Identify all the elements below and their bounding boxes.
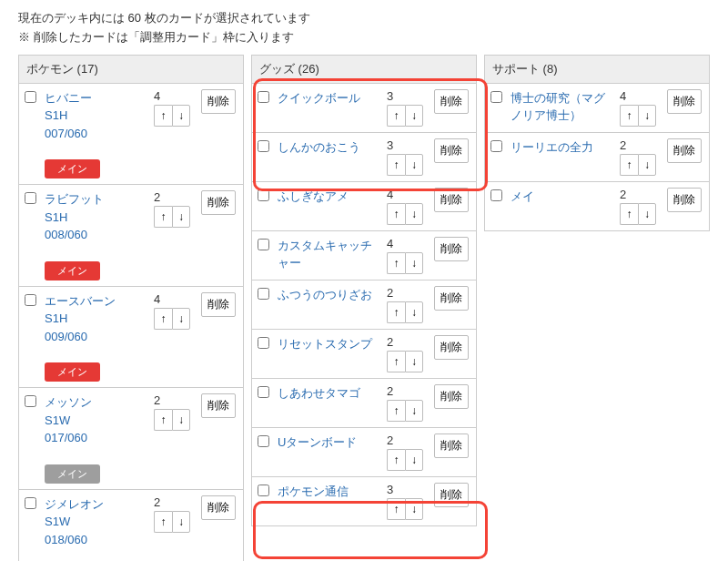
delete-button[interactable]: 削除 [667, 89, 702, 114]
card-link[interactable]: クイックボール [278, 91, 360, 105]
delete-button[interactable]: 削除 [434, 434, 469, 458]
increment-button[interactable]: ↑ [387, 154, 405, 176]
select-checkbox[interactable] [25, 497, 36, 509]
select-checkbox[interactable] [258, 189, 269, 201]
card-link[interactable]: メイ [511, 189, 534, 203]
decrement-button[interactable]: ↓ [405, 252, 423, 274]
delete-button[interactable]: 削除 [434, 138, 469, 163]
select-checkbox[interactable] [490, 189, 502, 201]
decrement-button[interactable]: ↓ [172, 511, 190, 533]
card-set: S1H [45, 310, 148, 328]
increment-button[interactable]: ↑ [387, 301, 405, 323]
card-link[interactable]: カスタムキャッチャー [278, 239, 372, 270]
increment-button[interactable]: ↑ [620, 154, 638, 176]
select-checkbox[interactable] [258, 484, 269, 496]
qty-cell: 3↑↓ [387, 138, 429, 176]
increment-button[interactable]: ↑ [387, 351, 405, 372]
delete-button[interactable]: 削除 [434, 483, 469, 507]
card-link[interactable]: ポケモン通信 [278, 484, 349, 498]
main-badge[interactable]: メイン [45, 362, 100, 382]
decrement-button[interactable]: ↓ [405, 154, 423, 176]
increment-button[interactable]: ↑ [620, 105, 638, 127]
select-checkbox[interactable] [258, 288, 269, 300]
decrement-button[interactable]: ↓ [405, 105, 423, 127]
main-badge[interactable]: メイン [45, 464, 100, 484]
select-checkbox[interactable] [490, 140, 502, 152]
decrement-button[interactable]: ↓ [172, 308, 190, 330]
increment-button[interactable]: ↑ [620, 203, 638, 225]
increment-button[interactable]: ↑ [154, 409, 172, 431]
delete-button[interactable]: 削除 [434, 89, 469, 114]
decrement-button[interactable]: ↓ [405, 400, 423, 422]
delete-button[interactable]: 削除 [201, 292, 236, 317]
select-checkbox[interactable] [258, 435, 269, 447]
increment-button[interactable]: ↑ [154, 511, 172, 533]
increment-button[interactable]: ↑ [387, 252, 405, 274]
decrement-button[interactable]: ↓ [638, 105, 656, 127]
decrement-button[interactable]: ↓ [638, 203, 656, 225]
main-badge[interactable]: メイン [45, 159, 100, 178]
delete-button[interactable]: 削除 [201, 190, 236, 215]
table-row: しあわせタマゴ2↑↓削除 [252, 379, 476, 428]
delete-button[interactable]: 削除 [201, 495, 236, 520]
card-link[interactable]: メッソン [45, 395, 92, 409]
card-link[interactable]: 博士の研究（マグノリア博士） [511, 91, 605, 123]
decrement-button[interactable]: ↓ [172, 206, 190, 228]
decrement-button[interactable]: ↓ [405, 351, 423, 372]
increment-button[interactable]: ↑ [387, 400, 405, 422]
delete-button[interactable]: 削除 [667, 138, 702, 163]
delete-button[interactable]: 削除 [667, 188, 702, 212]
delete-button[interactable]: 削除 [434, 335, 469, 360]
card-link[interactable]: しあわせタマゴ [278, 386, 360, 400]
card-link[interactable]: ヒバニー [45, 91, 92, 105]
decrement-button[interactable]: ↓ [172, 409, 190, 431]
card-link[interactable]: ふしぎなアメ [278, 189, 349, 203]
qty-cell: 2↑↓ [154, 190, 196, 228]
decrement-button[interactable]: ↓ [172, 105, 190, 127]
qty-value: 4 [620, 89, 662, 103]
main-badge[interactable]: メイン [45, 261, 100, 280]
select-checkbox[interactable] [258, 386, 269, 398]
card-link[interactable]: しんかのおこう [278, 140, 360, 154]
select-checkbox[interactable] [258, 337, 269, 349]
table-row: しんかのおこう3↑↓削除 [252, 133, 476, 182]
increment-button[interactable]: ↑ [387, 498, 405, 520]
select-checkbox[interactable] [25, 395, 36, 407]
increment-button[interactable]: ↑ [154, 105, 172, 127]
select-checkbox[interactable] [258, 140, 269, 152]
delete-button[interactable]: 削除 [201, 393, 236, 418]
increment-button[interactable]: ↑ [387, 105, 405, 127]
delete-button[interactable]: 削除 [434, 237, 469, 261]
table-row: ふつうのつりざお2↑↓削除 [252, 280, 476, 330]
select-checkbox[interactable] [490, 91, 502, 103]
decrement-button[interactable]: ↓ [405, 203, 423, 225]
delete-button[interactable]: 削除 [434, 384, 469, 409]
card-link[interactable]: リセットスタンプ [278, 337, 372, 351]
card-link[interactable]: ジメレオン [45, 497, 104, 511]
delete-button[interactable]: 削除 [434, 286, 469, 311]
increment-button[interactable]: ↑ [387, 449, 405, 471]
decrement-button[interactable]: ↓ [405, 449, 423, 471]
select-checkbox[interactable] [25, 91, 36, 103]
delete-button[interactable]: 削除 [434, 188, 469, 212]
card-link[interactable]: エースバーン [45, 294, 116, 308]
select-checkbox[interactable] [25, 192, 36, 204]
card-link[interactable]: ラビフット [45, 192, 104, 206]
card-link[interactable]: ふつうのつりざお [278, 288, 372, 301]
decrement-button[interactable]: ↓ [638, 154, 656, 176]
card-link[interactable]: リーリエの全力 [511, 140, 593, 154]
increment-button[interactable]: ↑ [154, 206, 172, 228]
increment-button[interactable]: ↑ [154, 308, 172, 330]
select-checkbox[interactable] [258, 239, 269, 250]
card-link[interactable]: Uターンボード [278, 435, 357, 449]
qty-cell: 2↑↓ [620, 138, 662, 176]
decrement-button[interactable]: ↓ [405, 498, 423, 520]
decrement-button[interactable]: ↓ [405, 301, 423, 323]
select-checkbox[interactable] [258, 91, 269, 103]
delete-button[interactable]: 削除 [201, 89, 236, 114]
card-name-cell: 博士の研究（マグノリア博士） [511, 89, 614, 125]
qty-value: 3 [387, 89, 429, 103]
qty-value: 3 [387, 138, 429, 152]
increment-button[interactable]: ↑ [387, 203, 405, 225]
select-checkbox[interactable] [25, 294, 36, 306]
